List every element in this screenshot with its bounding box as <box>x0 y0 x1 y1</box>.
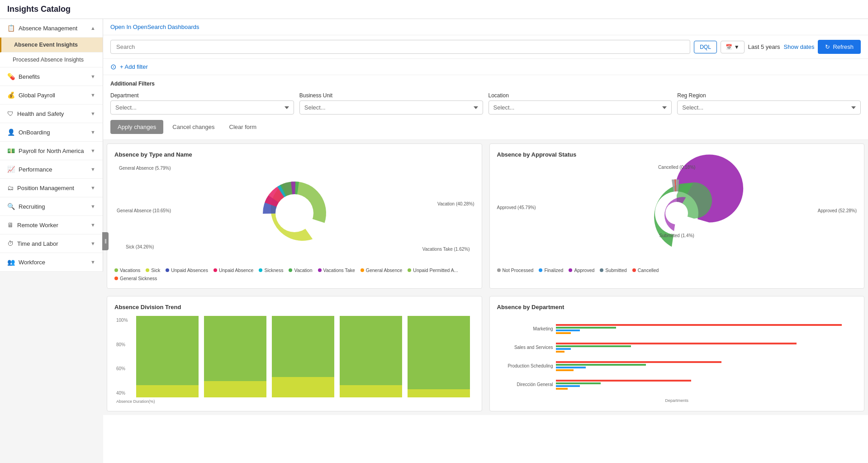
legend-label-vacations: Vacations <box>120 267 140 273</box>
sidebar-collapse-handle[interactable]: ‖ <box>102 232 109 250</box>
sidebar-item-performance[interactable]: 📈 Performance ▼ <box>0 160 103 179</box>
absence-type-svg <box>245 168 344 258</box>
legend-vacations-take: Vacations Take <box>318 267 355 273</box>
absence-management-icon: 📋 <box>7 24 15 32</box>
legend-dot-finalized <box>539 268 542 272</box>
sidebar-label-time-labor: Time and Labor <box>17 240 58 247</box>
sidebar-item-health-safety[interactable]: 🛡 Health and Safety ▼ <box>0 105 103 123</box>
show-dates-button[interactable]: Show dates <box>784 43 815 50</box>
sidebar-item-payroll-north-america[interactable]: 💵 Payroll for North America ▼ <box>0 142 103 160</box>
chevron-down-icon: ▼ <box>90 241 95 246</box>
remote-worker-icon: 🖥 <box>7 221 14 229</box>
chevron-down-icon: ▼ <box>90 129 95 135</box>
legend-cancelled: Cancelled <box>632 267 659 273</box>
additional-filters-title: Additional Filters <box>110 81 861 87</box>
open-opensearch-link[interactable]: Open In OpenSearch Dashboards <box>110 24 199 30</box>
department-select[interactable]: Select... <box>110 100 294 115</box>
refresh-button[interactable]: ↻ Refresh <box>818 40 861 54</box>
trend-y-axis: 100% 80% 60% 40% <box>114 316 132 397</box>
trend-bar-4 <box>340 316 402 397</box>
approval-label-cancelled: Cancelled (0.18%) <box>658 165 695 170</box>
date-range-label: Last 5 years <box>748 43 780 50</box>
chevron-down-icon: ▼ <box>90 148 95 153</box>
filter-actions: Apply changes Cancel changes Clear form <box>110 120 861 134</box>
trend-y-40: 40% <box>116 391 130 396</box>
sidebar-item-absence-event-insights[interactable]: Absence Event Insights <box>0 38 103 53</box>
trend-y-label: Absence Duration(%) <box>116 399 474 404</box>
donut-label-sick: Sick (34.26%) <box>126 244 154 249</box>
trend-bar-3 <box>272 316 334 397</box>
sidebar-label-workforce: Workforce <box>19 259 45 266</box>
legend-label-general-sickness: General Sickness <box>120 276 157 281</box>
legend-general-absence: General Absence <box>360 267 403 273</box>
sidebar-label-health-safety: Health and Safety <box>17 110 64 117</box>
sidebar-item-workforce[interactable]: 👥 Workforce ▼ <box>0 253 103 272</box>
legend-unpaid-permitted: Unpaid Permitted A... <box>408 267 458 273</box>
trend-bar-1-olive <box>136 385 199 397</box>
trend-chart: 100% 80% 60% 40% <box>114 316 474 397</box>
dept-bar-sales-red <box>556 343 797 344</box>
chevron-down-icon: ▼ <box>90 74 95 79</box>
absence-by-department-panel: Absence by Department Marketing Sales an… <box>489 296 865 411</box>
trend-bar-5-olive <box>408 389 470 397</box>
filter-location: Location Select... <box>489 92 672 115</box>
trend-y-80: 80% <box>116 342 130 347</box>
legend-vacations: Vacations <box>114 267 140 273</box>
legend-dot-unpaid-absences <box>166 268 169 272</box>
legend-unpaid-absence: Unpaid Absence <box>213 267 253 273</box>
trend-bar-2-green <box>204 316 266 381</box>
legend-label-sickness: Sickness <box>264 267 283 273</box>
absence-by-approval-panel: Absence by Approval Status <box>489 143 865 289</box>
trend-bar-2 <box>204 316 266 397</box>
calendar-button[interactable]: 📅 ▼ <box>721 41 745 53</box>
dql-button[interactable]: DQL <box>694 41 717 53</box>
location-label: Location <box>489 92 672 99</box>
absence-type-legend: Vacations Sick Unpaid Absences <box>114 267 474 281</box>
sidebar-label-absence-management: Absence Management <box>19 25 77 32</box>
sidebar-item-benefits[interactable]: 💊 Benefits ▼ <box>0 67 103 86</box>
dept-bar-marketing <box>556 324 857 334</box>
dept-bar-direccion-green <box>556 382 601 384</box>
add-filter-button[interactable]: + Add filter <box>120 63 148 70</box>
dept-bar-sales-orange <box>556 351 565 353</box>
approval-label-approved-52: Approved (52.28%) <box>818 208 857 213</box>
dept-y-labels: Marketing Sales and Services Production … <box>497 316 556 397</box>
recruiting-icon: 🔍 <box>7 203 15 210</box>
sidebar-item-remote-worker[interactable]: 🖥 Remote Worker ▼ <box>0 216 103 234</box>
business-unit-select[interactable]: Select... <box>299 100 483 115</box>
top-bar: Open In OpenSearch Dashboards <box>103 19 868 35</box>
reg-region-select[interactable]: Select... <box>677 100 861 115</box>
sidebar-item-recruiting[interactable]: 🔍 Recruiting ▼ <box>0 197 103 216</box>
sidebar-item-processed-absence-insights[interactable]: Processed Absence Insights <box>0 53 103 67</box>
clear-form-button[interactable]: Clear form <box>224 120 262 134</box>
sidebar-label-payroll-north-america: Payroll for North America <box>19 148 84 154</box>
filter-icon[interactable]: ⊙ <box>110 62 116 71</box>
sidebar-item-absence-management[interactable]: 📋 Absence Management ▲ <box>0 19 103 38</box>
trend-bars <box>132 316 474 397</box>
global-payroll-icon: 💰 <box>7 91 15 99</box>
cancel-changes-button[interactable]: Cancel changes <box>167 120 220 134</box>
trend-bar-1-green <box>136 316 199 385</box>
donut-label-general-absence-2: General Absence (10.65%) <box>117 208 171 213</box>
dept-bar-production-orange <box>556 369 574 371</box>
legend-label-sick: Sick <box>151 267 160 273</box>
legend-general-sickness: General Sickness <box>114 276 157 281</box>
dept-label-sales: Sales and Services <box>497 345 556 350</box>
absence-division-trend-panel: Absence Division Trend 100% 80% 60% 40% <box>107 296 482 411</box>
legend-label-unpaid-permitted: Unpaid Permitted A... <box>413 267 458 273</box>
legend-sickness: Sickness <box>259 267 283 273</box>
sidebar-item-time-labor[interactable]: ⏱ Time and Labor ▼ <box>0 234 103 253</box>
search-input[interactable] <box>110 40 690 54</box>
sidebar-item-onboarding[interactable]: 👤 OnBoarding ▼ <box>0 123 103 142</box>
apply-changes-button[interactable]: Apply changes <box>110 120 163 134</box>
sidebar-item-position-management[interactable]: 🗂 Position Management ▼ <box>0 179 103 197</box>
dept-bar-marketing-green <box>556 327 616 329</box>
absence-by-department-title: Absence by Department <box>497 304 857 310</box>
legend-unpaid-absences: Unpaid Absences <box>166 267 208 273</box>
legend-dot-sick <box>146 268 149 272</box>
chevron-down-icon: ▼ <box>90 259 95 265</box>
approval-label-submitted: Submitted (1.4%) <box>659 233 694 238</box>
location-select[interactable]: Select... <box>489 100 672 115</box>
sidebar-item-global-payroll[interactable]: 💰 Global Payroll ▼ <box>0 86 103 105</box>
legend-dot-unpaid-permitted <box>408 268 411 272</box>
